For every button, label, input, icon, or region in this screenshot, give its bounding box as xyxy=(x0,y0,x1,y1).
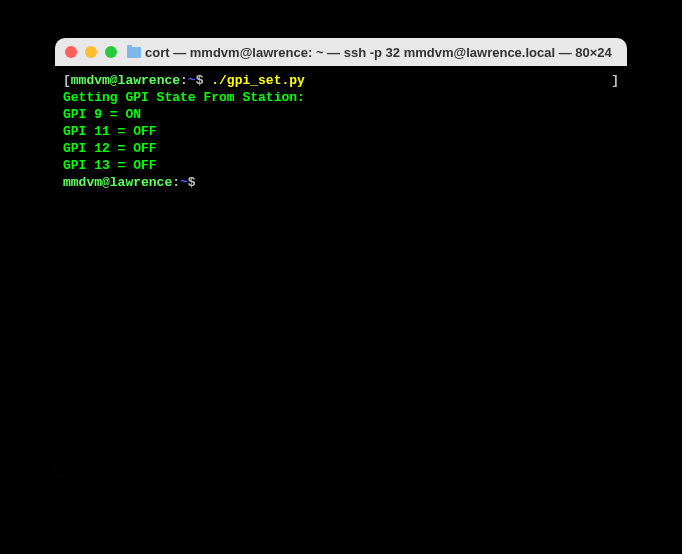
window-title: cort — mmdvm@lawrence: ~ — ssh -p 32 mmd… xyxy=(145,45,612,60)
output-line-5: GPI 13 = OFF xyxy=(63,157,619,174)
prompt-dollar-2: $ xyxy=(188,175,204,190)
prompt-dollar: $ xyxy=(196,73,212,88)
output-line-4: GPI 12 = OFF xyxy=(63,140,619,157)
terminal-body[interactable]: ] [mmdvm@lawrence:~$ ./gpi_set.py Gettin… xyxy=(55,66,627,478)
output-line-3: GPI 11 = OFF xyxy=(63,123,619,140)
output-line-1: Getting GPI State From Station: xyxy=(63,89,619,106)
bracket-right: ] xyxy=(611,72,619,89)
bracket-left: [ xyxy=(63,73,71,88)
folder-icon xyxy=(127,45,141,59)
prompt-colon-2: : xyxy=(172,175,180,190)
prompt-user-2: mmdvm@lawrence xyxy=(63,175,172,190)
prompt-path-2: ~ xyxy=(180,175,188,190)
prompt-line-2: mmdvm@lawrence:~$ xyxy=(63,174,619,191)
terminal-window: cort — mmdvm@lawrence: ~ — ssh -p 32 mmd… xyxy=(55,38,627,478)
output-line-2: GPI 9 = ON xyxy=(63,106,619,123)
minimize-button[interactable] xyxy=(85,46,97,58)
prompt-user: mmdvm@lawrence xyxy=(71,73,180,88)
traffic-lights xyxy=(65,46,117,58)
prompt-path: ~ xyxy=(188,73,196,88)
close-button[interactable] xyxy=(65,46,77,58)
command-text: ./gpi_set.py xyxy=(211,73,305,88)
prompt-line-1: [mmdvm@lawrence:~$ ./gpi_set.py xyxy=(63,72,619,89)
maximize-button[interactable] xyxy=(105,46,117,58)
title-bar[interactable]: cort — mmdvm@lawrence: ~ — ssh -p 32 mmd… xyxy=(55,38,627,66)
prompt-colon: : xyxy=(180,73,188,88)
